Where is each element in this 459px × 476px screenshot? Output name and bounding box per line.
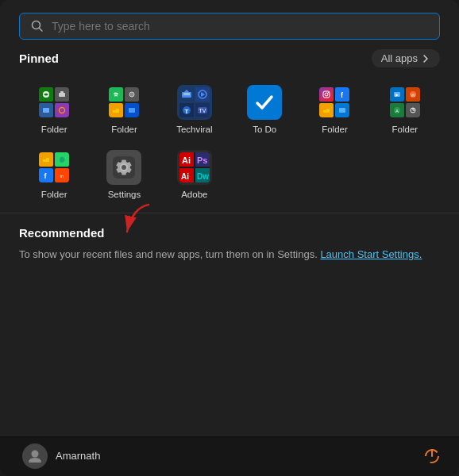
- svg-rect-15: [183, 94, 190, 95]
- pinned-title: Pinned: [19, 52, 59, 65]
- app-item-adobe[interactable]: Ai Ps Ai Dw Adobe: [160, 144, 230, 205]
- svg-text:Ai: Ai: [181, 172, 189, 181]
- svg-line-1: [40, 29, 43, 32]
- folder4-label: Folder: [373, 125, 437, 134]
- svg-rect-11: [129, 108, 135, 113]
- settings-label: Settings: [92, 190, 156, 199]
- app-item-settings[interactable]: Settings: [89, 144, 159, 205]
- taskbar: Amarnath: [0, 435, 459, 476]
- all-apps-button[interactable]: All apps: [372, 49, 440, 67]
- svg-rect-5: [43, 108, 49, 113]
- svg-marker-17: [201, 92, 205, 97]
- svg-rect-40: [43, 157, 46, 159]
- app-item-folder1[interactable]: Folder: [19, 79, 89, 140]
- svg-point-24: [325, 93, 328, 96]
- svg-rect-28: [323, 108, 326, 110]
- folder5-label: Folder: [22, 190, 86, 199]
- username: Amarnath: [56, 450, 100, 462]
- svg-rect-29: [339, 108, 345, 113]
- folder5-icon: f in: [37, 150, 71, 185]
- svg-text:in: in: [60, 174, 64, 178]
- techviral-icon: T TV: [177, 85, 212, 120]
- svg-rect-4: [60, 91, 64, 94]
- svg-point-25: [328, 92, 330, 94]
- pinned-section: Pinned All apps: [0, 49, 459, 213]
- app-item-techviral[interactable]: T TV Techviral: [160, 79, 230, 140]
- recommended-description: To show your recent files and new apps, …: [19, 248, 440, 262]
- folder2-icon: [106, 85, 141, 120]
- recommended-section: Recommended To show your recent files an…: [0, 213, 459, 271]
- app-item-folder2[interactable]: Folder: [89, 79, 159, 140]
- avatar: [22, 443, 48, 469]
- svg-text:TV: TV: [199, 108, 206, 113]
- svg-marker-13: [184, 90, 189, 92]
- svg-text:f: f: [44, 172, 48, 180]
- todo-label: To Do: [233, 125, 296, 134]
- search-bar[interactable]: [19, 13, 440, 40]
- svg-text:Ai: Ai: [182, 155, 191, 165]
- svg-point-46: [122, 165, 126, 170]
- svg-rect-14: [183, 93, 190, 94]
- svg-point-52: [32, 450, 39, 457]
- svg-text:Dw: Dw: [197, 172, 209, 181]
- adobe-label: Adobe: [163, 190, 226, 199]
- svg-rect-10: [113, 108, 116, 110]
- app-item-todo[interactable]: To Do: [230, 79, 299, 140]
- app-item-folder3[interactable]: f Folder: [299, 79, 369, 140]
- settings-icon: [106, 150, 141, 185]
- folder3-label: Folder: [303, 125, 366, 134]
- svg-rect-22: [253, 90, 276, 114]
- launch-settings-link[interactable]: Launch Start Settings.: [320, 248, 422, 260]
- todo-icon: [247, 85, 282, 120]
- folder1-icon: [37, 85, 71, 120]
- power-button[interactable]: [421, 445, 443, 467]
- search-input[interactable]: [52, 20, 428, 33]
- adobe-icon: Ai Ps Ai Dw: [177, 150, 212, 185]
- folder4-icon: W A: [388, 85, 422, 120]
- svg-text:T: T: [184, 108, 188, 115]
- search-icon: [31, 20, 44, 33]
- app-item-folder5[interactable]: f in Folder: [19, 144, 89, 205]
- svg-text:A: A: [395, 109, 399, 113]
- chevron-right-icon: [421, 54, 430, 63]
- svg-text:f: f: [341, 91, 344, 99]
- recommended-title: Recommended: [19, 226, 440, 240]
- svg-point-8: [129, 92, 134, 97]
- user-profile[interactable]: Amarnath: [16, 440, 106, 472]
- folder3-icon: f: [317, 85, 352, 120]
- spacer: [0, 271, 459, 435]
- app-grid: Folder: [19, 79, 440, 205]
- svg-text:Ps: Ps: [197, 155, 207, 165]
- techviral-label: Techviral: [163, 125, 226, 134]
- app-item-folder4[interactable]: W A Folder: [370, 79, 440, 140]
- svg-point-6: [60, 108, 65, 113]
- folder2-label: Folder: [92, 125, 156, 134]
- folder1-label: Folder: [22, 125, 86, 134]
- start-menu: Pinned All apps: [0, 0, 459, 476]
- section-header: Pinned All apps: [19, 49, 440, 67]
- svg-text:W: W: [411, 93, 415, 98]
